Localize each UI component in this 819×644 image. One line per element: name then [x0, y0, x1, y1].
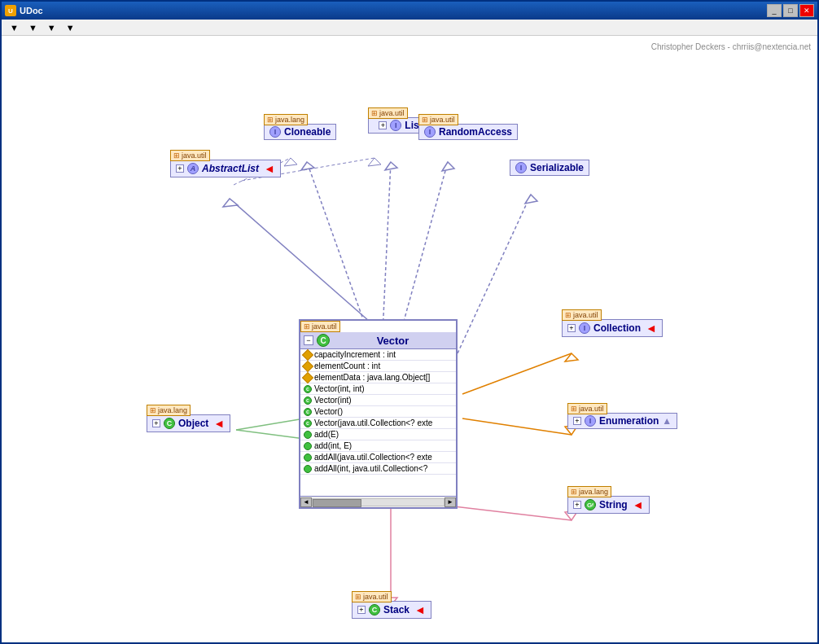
interface-icon: I: [424, 126, 436, 138]
field-elementcount: elementCount : int: [300, 361, 456, 372]
menu-item-help[interactable]: ▼: [61, 21, 80, 34]
menu-item-file[interactable]: ▼: [5, 21, 24, 34]
stack-package: ⊞ java.util: [352, 591, 392, 602]
app-icon: U: [5, 5, 16, 16]
method-vector-int-int: c Vector(int, int): [300, 383, 456, 395]
object-arrow-right: ◄: [213, 417, 225, 430]
class-icon: Gf: [585, 499, 596, 510]
serializable-box[interactable]: I Serializable: [510, 160, 589, 176]
titlebar-left: U UDoc: [5, 5, 43, 16]
string-box[interactable]: + Gf String ◄: [567, 496, 650, 514]
abstract-icon: A: [187, 163, 199, 174]
string-package: ⊞ java.lang: [567, 486, 611, 497]
list-package: ⊞ java.util: [368, 107, 408, 119]
abstractlist-expand[interactable]: +: [176, 164, 184, 173]
abstractlist-box[interactable]: + A AbstractList ◄: [170, 160, 281, 177]
svg-marker-1: [223, 199, 238, 207]
vector-header: − C Vector: [300, 332, 456, 349]
object-expand[interactable]: +: [152, 419, 160, 427]
scrollbar-right-btn[interactable]: ►: [445, 497, 456, 507]
svg-marker-17: [565, 353, 578, 361]
collection-box[interactable]: + I Collection ◄: [562, 319, 663, 337]
method-icon: [304, 442, 312, 450]
scrollbar-thumb-h[interactable]: [313, 499, 361, 507]
object-package: ⊞ java.lang: [147, 405, 191, 416]
method-icon: c: [304, 419, 312, 427]
svg-marker-7: [442, 162, 454, 171]
svg-line-8: [458, 195, 531, 353]
titlebar-buttons: _ □ ✕: [767, 4, 814, 17]
stack-expand[interactable]: +: [357, 606, 366, 614]
field-icon: [302, 371, 313, 383]
svg-line-15: [236, 430, 304, 439]
enumeration-expand[interactable]: +: [573, 417, 581, 425]
svg-line-16: [462, 353, 572, 394]
interface-icon: I: [390, 120, 401, 131]
menu-item-view[interactable]: ▼: [42, 21, 61, 34]
object-box[interactable]: + C Object ◄: [147, 414, 230, 432]
enumeration-box[interactable]: + I Enumeration ▲: [567, 413, 677, 429]
field-capacityincrement: capacityIncrement : int: [300, 349, 456, 361]
method-add-int-e: add(int, E): [300, 440, 456, 452]
cloneable-package: ⊞ java.lang: [264, 114, 308, 125]
class-icon: C: [369, 604, 380, 616]
field-icon: [302, 349, 313, 361]
method-icon: c: [304, 396, 312, 405]
window-title: UDoc: [20, 6, 43, 15]
scrollbar-left-btn[interactable]: ◄: [300, 497, 312, 507]
randomaccess-box[interactable]: I RandomAccess: [418, 124, 518, 140]
node-stack: ⊞ java.util + C Stack ◄: [352, 601, 431, 619]
maximize-button[interactable]: □: [783, 4, 798, 17]
collection-package: ⊞ java.util: [562, 309, 602, 321]
class-icon: C: [317, 334, 330, 347]
cloneable-box[interactable]: I Cloneable: [264, 124, 336, 140]
interface-icon: I: [579, 322, 590, 334]
scrollbar-track-h[interactable]: [312, 498, 445, 506]
field-elementdata: elementData : java.lang.Object[]: [300, 372, 456, 383]
svg-line-18: [462, 418, 572, 435]
node-vector[interactable]: ⊞ java.util − C Vector capacityIncrement…: [299, 319, 458, 509]
svg-marker-11: [284, 158, 297, 166]
method-icon: c: [304, 385, 312, 393]
class-icon: C: [164, 418, 175, 429]
watermark: Christopher Deckers - chrriis@nextencia.…: [651, 42, 811, 51]
method-icon: [304, 453, 312, 462]
svg-marker-5: [385, 162, 397, 170]
randomaccess-package: ⊞ java.util: [418, 114, 458, 125]
string-expand[interactable]: +: [573, 501, 581, 509]
collection-expand[interactable]: +: [567, 324, 576, 332]
method-vector-int: c Vector(int): [300, 395, 456, 406]
string-arrow-right: ◄: [633, 498, 644, 511]
abstractlist-arrow-right: ◄: [264, 162, 275, 175]
vector-collapse-button[interactable]: −: [304, 335, 313, 345]
method-add-e: add(E): [300, 429, 456, 440]
minimize-button[interactable]: _: [767, 4, 782, 17]
collection-arrow-right: ◄: [646, 322, 657, 335]
titlebar: U UDoc _ □ ✕: [2, 2, 817, 20]
stack-arrow-right: ◄: [414, 603, 426, 616]
field-icon: [302, 360, 313, 371]
method-icon: c: [304, 408, 312, 416]
node-randomaccess: ⊞ java.util I RandomAccess: [418, 124, 518, 140]
vector-scrollbar-h[interactable]: ◄ ►: [300, 496, 456, 507]
abstractlist-package: ⊞ java.util: [170, 150, 210, 161]
node-enumeration: ⊞ java.util + I Enumeration ▲: [567, 413, 677, 429]
svg-line-2: [307, 162, 368, 333]
svg-marker-13: [368, 158, 381, 166]
diagram-canvas[interactable]: Christopher Deckers - chrriis@nextencia.…: [2, 36, 817, 644]
vector-scroll-area[interactable]: capacityIncrement : int elementCount : i…: [300, 349, 456, 496]
interface-icon: I: [585, 415, 596, 427]
svg-line-6: [401, 162, 448, 333]
method-vector-empty: c Vector(): [300, 406, 456, 418]
list-expand[interactable]: +: [379, 121, 387, 129]
method-addall-int-collection: addAll(int, java.util.Collection<?: [300, 463, 456, 475]
serializable-label: Serializable: [530, 162, 584, 173]
node-cloneable: ⊞ java.lang I Cloneable: [264, 124, 336, 140]
menu-item-edit[interactable]: ▼: [24, 21, 42, 34]
svg-marker-3: [301, 162, 314, 170]
close-button[interactable]: ✕: [799, 4, 814, 17]
node-abstractlist: ⊞ java.util + A AbstractList ◄: [170, 160, 281, 177]
enumeration-package: ⊞ java.util: [567, 403, 607, 414]
method-icon: [304, 465, 312, 473]
stack-box[interactable]: + C Stack ◄: [352, 601, 431, 619]
